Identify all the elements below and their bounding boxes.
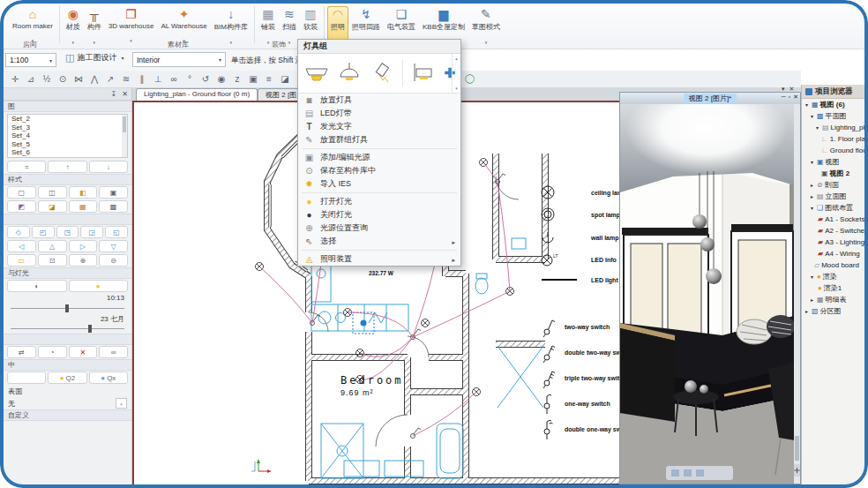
snap-tool-icon[interactable]: ⋈ [71,74,86,84]
list-item[interactable]: Set_2 [8,115,127,124]
ribbon-button-paving[interactable]: ▦ 铺装 [258,6,279,41]
ribbon-button-al-warehouse[interactable]: ✦ AL Warehouse [157,6,210,41]
style-button[interactable]: ▦ [69,200,98,213]
recessed-lamp-icon[interactable] [303,62,328,85]
menu-item-import-ies[interactable]: ✸导入 IES [298,177,460,191]
scroll-up-icon[interactable] [455,56,458,61]
light-toggle-button[interactable]: ● [69,280,129,292]
expand-icon[interactable] [809,113,815,119]
q2-chip[interactable]: ●Q2 [48,372,86,384]
menu-item-place-group-lamp[interactable]: ✎放置群组灯具 [298,133,460,146]
pendant-lamp-icon[interactable] [336,62,361,85]
menu-item-light-position-query[interactable]: ⊕光源位置查询 [298,221,460,235]
nav-item-views-group[interactable]: ▣视图 [802,156,864,168]
nav-item-a2-switches[interactable]: ▰A2 - Switches [802,225,864,236]
scale-select[interactable]: 1:100 [5,53,56,67]
orbit-button[interactable]: ▽ [99,240,128,252]
style-button[interactable]: ◪ [38,200,67,213]
menu-item-edit-light-source[interactable]: ▣添加/编辑光源 [298,151,460,164]
style-button[interactable]: ◩ [7,200,36,213]
snap-tool-icon[interactable]: ≡ [261,74,277,84]
ribbon-button-kbb[interactable]: ▆ KBB全屋定制 [419,6,468,41]
snap-tool-icon[interactable]: ½ [39,74,55,84]
nav-item-ground-floor[interactable]: ∟Ground floor [802,145,864,156]
pane-close-icon[interactable] [789,86,795,93]
menu-item-lighting-device[interactable]: ◬照明装置 [298,252,460,266]
nav-item-zoning[interactable]: ▧分区图 [802,305,864,317]
snap-tool-icon[interactable]: ⊙ [55,74,71,84]
expand-icon[interactable] [809,274,815,280]
render-window-titlebar[interactable]: 视图 2 [图片]* [620,93,800,104]
zoom-tool-button[interactable]: ▭ [7,254,36,267]
zoom-out-button[interactable]: ⊖ [99,254,128,267]
maximize-icon[interactable] [789,94,790,101]
view-button[interactable]: ◇ [7,226,30,238]
view-button[interactable]: ◰ [32,226,55,238]
ribbon-button-3d-warehouse[interactable]: ❐ 3D warehouse [105,6,158,41]
zoom-in-button[interactable]: ⊕ [69,254,98,267]
close-icon[interactable] [793,94,798,101]
style-button[interactable]: ▢ [7,186,36,199]
expand-icon[interactable] [804,101,810,108]
selected-lamp[interactable] [353,312,374,334]
nav-item-a1-sockets[interactable]: ▰A1 - Sockets [802,214,864,225]
ribbon-button-soft-furnishing[interactable]: ▥ 软装 [300,6,321,41]
slider-handle[interactable] [88,325,92,333]
ribbon-button-component[interactable]: ╥ 构件 [84,6,105,41]
set-tool-button[interactable]: ≈ [7,161,46,173]
list-item[interactable]: Set_5 [8,140,127,149]
snap-tool-icon[interactable]: ⊥ [150,74,166,84]
menu-item-glow-text[interactable]: T发光文字 [298,120,460,133]
nav-item-a3-lighting[interactable]: ▰A3 - Lighting [802,236,864,248]
selection-frame-button[interactable]: ⊡ [38,254,67,267]
style-button[interactable]: ▣ [99,186,128,199]
menu-item-lights-off[interactable]: ●关闭灯光 [298,208,460,221]
snap-tool-icon[interactable]: ✛ [7,74,23,84]
view-button[interactable]: ◳ [56,226,79,238]
nav-item-a4-wiring[interactable]: ▰A4 - Wiring [802,248,864,259]
menu-item-select[interactable]: ⇖选择 [298,235,460,248]
option-button[interactable]: ⇄ [7,346,36,358]
spotlight-icon[interactable] [370,62,394,85]
blank-chip[interactable] [7,372,46,384]
scroll-down-icon[interactable] [455,86,458,91]
ribbon-button-lighting[interactable]: ◠ 照明 [327,6,348,41]
pin-icon[interactable] [111,90,117,98]
slider-handle[interactable] [65,304,69,312]
list-item[interactable]: Set_4 [8,131,127,140]
snap-tool-icon[interactable]: z [229,74,245,84]
option-button[interactable]: ◔ [38,346,67,358]
view-button[interactable]: ◱ [105,226,128,238]
snap-tool-icon[interactable]: ↗ [102,74,118,84]
menu-item-led-strip[interactable]: ▤LED灯带 [298,107,460,120]
nav-item-sections[interactable]: ⊘剖面 [802,179,864,191]
move-down-button[interactable]: ↓ [89,161,128,173]
expand-icon[interactable] [809,297,815,303]
snap-tool-icon[interactable]: ↺ [198,74,213,84]
delete-button[interactable]: ✕ [69,346,98,358]
snap-tool-icon[interactable]: ≋ [118,74,134,84]
ribbon-button-material[interactable]: ◉ 材质 [63,6,84,41]
nav-item-floor-plans[interactable]: ▩平面图 [802,110,864,122]
ribbon-button-electrical[interactable]: ❏ 电气装置 [384,6,419,41]
expand-icon[interactable] [809,182,815,188]
style-button[interactable]: ▩ [99,200,128,213]
nav-item-layouts[interactable]: ❏图纸布置 [802,202,864,214]
shadow-toggle-button[interactable]: ◐ [7,280,67,292]
wall-lamp-icon[interactable] [411,62,436,85]
nav-item-render[interactable]: ●渲染 [802,271,864,282]
menu-item-save-to-library[interactable]: ⊙保存至构件库中 [298,164,460,177]
date-slider[interactable] [11,323,124,334]
ribbon-button-sketch-mode[interactable]: ✎ 草图模式 [468,6,504,41]
snap-tool-icon[interactable]: ◉ [213,74,229,84]
expand-icon[interactable] [804,308,810,314]
ribbon-button-lighting-circuit[interactable]: ↯ 照明回路 [348,6,384,41]
nav-item-schedules[interactable]: ▦明细表 [802,294,864,305]
tab-lighting-plan[interactable]: Lighting_plan - Ground floor (0 m) [136,88,258,101]
snap-tool-icon[interactable]: ° [182,74,198,84]
nav-item-views[interactable]: ▦视图 (6) [802,99,864,110]
orbit-button[interactable]: ◁ [7,240,36,252]
ribbon-button-scan[interactable]: ≋ 扫描 [279,6,300,41]
snap-tool-icon[interactable]: ⊿ [23,74,39,84]
expand-icon[interactable] [809,159,815,165]
